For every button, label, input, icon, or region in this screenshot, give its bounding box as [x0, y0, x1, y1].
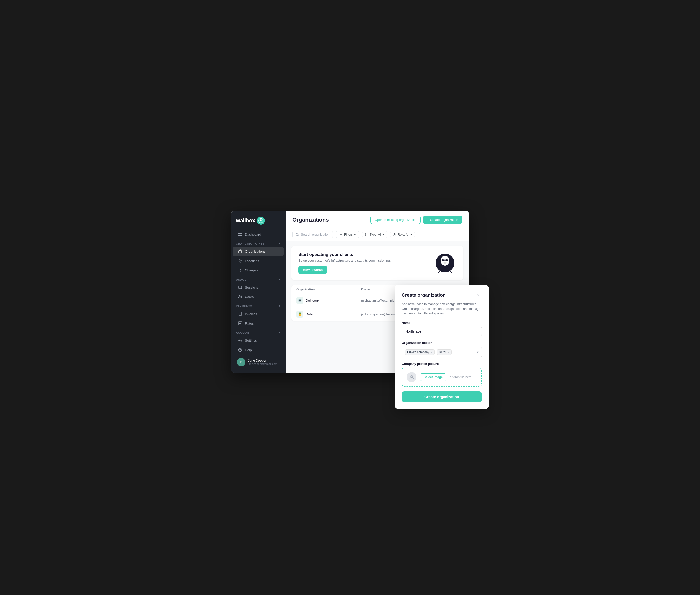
sidebar-item-label: Sessions [245, 286, 259, 289]
org-icon [238, 249, 242, 254]
svg-point-19 [240, 350, 240, 351]
sector-tag-retail: Retail × [436, 349, 452, 355]
avatar: JC [237, 358, 245, 366]
filters-chevron: ▾ [354, 232, 356, 236]
svg-rect-4 [238, 234, 240, 236]
sector-label: Organization sector [402, 341, 482, 345]
sidebar-item-label: Chargers [245, 268, 259, 272]
section-account: Account ▾ [231, 328, 286, 336]
sidebar-item-rates[interactable]: Rates [233, 319, 284, 328]
select-image-button[interactable]: Select image [420, 373, 446, 381]
type-label: Type: All [370, 233, 381, 236]
promo-banner: Start operating your clients Setup your … [292, 246, 463, 280]
filter-icon [339, 233, 343, 236]
sidebar: wallbox [231, 211, 286, 373]
name-input[interactable] [402, 327, 482, 336]
chevron-down-icon: ▾ [477, 350, 479, 354]
filters-button[interactable]: Filters ▾ [336, 231, 359, 238]
sector-tag-remove-private[interactable]: × [430, 350, 432, 354]
org-name: 🍍 Dole [296, 311, 361, 318]
rates-icon [238, 321, 242, 325]
sidebar-logo: wallbox [231, 211, 286, 230]
section-charging-points: Charging points ▾ [231, 239, 286, 247]
sessions-icon [238, 285, 242, 289]
content-header: Organizations Operate existing organizat… [286, 211, 469, 228]
svg-rect-9 [239, 286, 242, 289]
svg-rect-24 [366, 233, 368, 236]
sidebar-item-users[interactable]: Users [233, 292, 284, 301]
sidebar-item-organizations[interactable]: Organizations [233, 247, 284, 256]
charger-icon [238, 268, 242, 273]
sidebar-item-dashboard[interactable]: Dashboard [233, 230, 284, 239]
create-organization-submit-button[interactable]: Create organization [402, 392, 482, 402]
sidebar-item-label: Invoices [245, 312, 257, 316]
search-box[interactable]: Search organization [292, 231, 333, 238]
sidebar-item-locations[interactable]: Locations [233, 256, 284, 265]
sidebar-item-settings[interactable]: Settings [233, 336, 284, 345]
sector-tag-remove-retail[interactable]: × [448, 350, 450, 354]
settings-icon [238, 338, 242, 343]
page-title: Organizations [292, 217, 329, 223]
promo-description: Setup your customer's infrastructure and… [298, 259, 391, 262]
users-icon [238, 294, 242, 299]
how-it-works-button[interactable]: How it works [298, 266, 327, 274]
user-info: Jane Cooper jane.cooper@gmail.com [248, 359, 277, 365]
modal-title: Create organization [402, 292, 446, 298]
sidebar-item-help[interactable]: Help [233, 345, 284, 354]
sidebar-item-label: Locations [245, 259, 259, 263]
sector-tag-private: Private company × [405, 349, 435, 355]
svg-point-31 [447, 259, 448, 260]
promo-text: Start operating your clients Setup your … [298, 252, 391, 274]
modal-close-button[interactable]: × [475, 291, 482, 299]
svg-point-17 [240, 340, 241, 341]
content-filters: Search organization Filters ▾ Type: Al [286, 228, 469, 241]
svg-rect-34 [446, 265, 447, 269]
search-icon [296, 233, 299, 236]
sector-dropdown[interactable]: Private company × Retail × ▾ [402, 347, 482, 358]
upload-area[interactable]: Select image or drop file here [402, 368, 482, 387]
org-icon: 💻 [296, 297, 303, 304]
svg-point-30 [443, 259, 444, 260]
col-organization: Organization [296, 288, 361, 291]
logo-icon [257, 217, 265, 225]
sidebar-item-label: Rates [245, 321, 253, 325]
svg-point-11 [241, 295, 242, 296]
org-icon: 🍍 [296, 311, 303, 318]
app-wrapper: wallbox [231, 211, 469, 384]
svg-rect-2 [238, 232, 240, 234]
role-chevron: ▾ [410, 232, 412, 236]
picture-label: Company profile picture [402, 362, 482, 366]
user-name: Jane Cooper [248, 359, 277, 363]
section-payments: Payments ▾ [231, 302, 286, 309]
svg-point-8 [240, 260, 241, 261]
sidebar-item-sessions[interactable]: Sessions [233, 283, 284, 292]
svg-point-25 [394, 233, 395, 234]
role-filter[interactable]: Role: All ▾ [390, 231, 415, 238]
help-icon [238, 347, 242, 352]
create-organization-button[interactable]: + Create organization [423, 216, 462, 224]
type-filter[interactable]: Type: All ▾ [362, 231, 387, 238]
promo-mascot [434, 252, 456, 274]
modal-description: Add new Space to manage new charge infra… [402, 302, 482, 316]
sidebar-item-label: Settings [245, 339, 257, 342]
pin-icon [238, 259, 242, 263]
role-label: Role: All [398, 233, 409, 236]
svg-rect-5 [240, 234, 242, 236]
sidebar-item-label: Organizations [245, 250, 265, 253]
svg-point-10 [239, 295, 240, 297]
logo-text: wallbox [236, 218, 255, 224]
svg-rect-3 [240, 232, 242, 234]
create-org-modal: Create organization × Add new Space to m… [395, 285, 489, 409]
sidebar-item-invoices[interactable]: Invoices [233, 309, 284, 318]
sidebar-item-chargers[interactable]: Chargers [233, 266, 284, 275]
svg-point-32 [443, 262, 447, 264]
avatar-placeholder [407, 372, 416, 382]
header-actions: Operate existing organization + Create o… [370, 216, 462, 224]
sidebar-user: JC Jane Cooper jane.cooper@gmail.com [233, 356, 284, 369]
name-label: Name [402, 321, 482, 324]
search-placeholder: Search organization [301, 232, 330, 236]
operate-existing-button[interactable]: Operate existing organization [370, 216, 421, 224]
type-chevron: ▾ [382, 232, 384, 236]
invoice-icon [238, 312, 242, 316]
svg-rect-33 [443, 265, 444, 269]
